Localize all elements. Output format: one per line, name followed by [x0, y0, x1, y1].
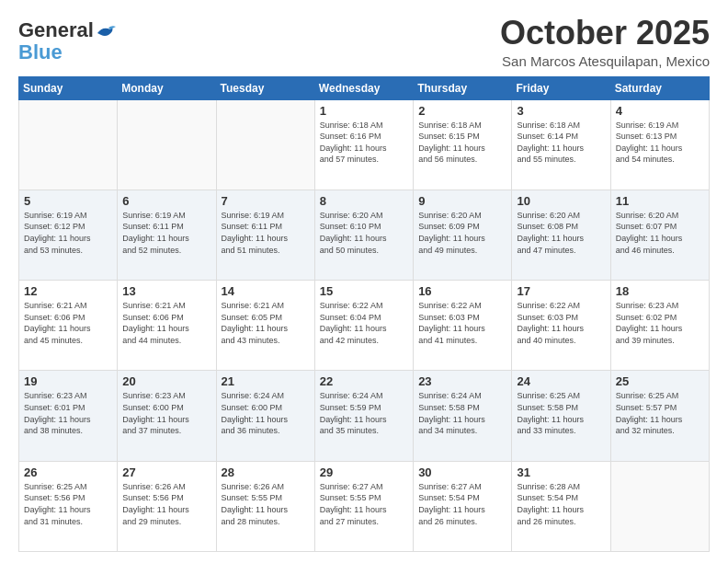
day-info: Sunrise: 6:18 AM Sunset: 6:15 PM Dayligh…	[418, 120, 506, 166]
day-info: Sunrise: 6:19 AM Sunset: 6:13 PM Dayligh…	[616, 120, 704, 166]
day-number: 31	[517, 465, 605, 479]
table-row: 8Sunrise: 6:20 AM Sunset: 6:10 PM Daylig…	[314, 190, 413, 280]
table-row: 4Sunrise: 6:19 AM Sunset: 6:13 PM Daylig…	[610, 99, 709, 190]
table-row: 25Sunrise: 6:25 AM Sunset: 5:57 PM Dayli…	[610, 371, 709, 461]
table-row: 20Sunrise: 6:23 AM Sunset: 6:00 PM Dayli…	[118, 371, 216, 461]
table-row: 9Sunrise: 6:20 AM Sunset: 6:09 PM Daylig…	[414, 190, 512, 280]
day-info: Sunrise: 6:21 AM Sunset: 6:06 PM Dayligh…	[24, 300, 112, 346]
day-number: 21	[222, 374, 310, 388]
table-row	[610, 461, 709, 551]
logo: General Blue	[18, 18, 116, 64]
table-row: 5Sunrise: 6:19 AM Sunset: 6:12 PM Daylig…	[19, 190, 118, 280]
day-info: Sunrise: 6:25 AM Sunset: 5:57 PM Dayligh…	[616, 390, 704, 436]
calendar-row-1: 5Sunrise: 6:19 AM Sunset: 6:12 PM Daylig…	[19, 190, 710, 280]
calendar-row-4: 26Sunrise: 6:25 AM Sunset: 5:56 PM Dayli…	[19, 461, 710, 551]
day-number: 11	[616, 194, 704, 208]
day-number: 23	[418, 374, 506, 388]
day-number: 28	[222, 465, 310, 479]
table-row: 16Sunrise: 6:22 AM Sunset: 6:03 PM Dayli…	[414, 281, 512, 371]
day-number: 6	[122, 194, 210, 208]
table-row: 26Sunrise: 6:25 AM Sunset: 5:56 PM Dayli…	[19, 461, 118, 551]
day-number: 8	[320, 194, 408, 208]
table-row: 7Sunrise: 6:19 AM Sunset: 6:11 PM Daylig…	[216, 190, 314, 280]
header-sunday: Sunday	[19, 76, 118, 99]
day-info: Sunrise: 6:22 AM Sunset: 6:04 PM Dayligh…	[320, 300, 408, 346]
day-info: Sunrise: 6:18 AM Sunset: 6:14 PM Dayligh…	[517, 120, 605, 166]
day-number: 27	[122, 465, 210, 479]
day-number: 9	[418, 194, 506, 208]
day-number: 26	[24, 465, 112, 479]
table-row: 31Sunrise: 6:28 AM Sunset: 5:54 PM Dayli…	[512, 461, 610, 551]
table-row: 23Sunrise: 6:24 AM Sunset: 5:58 PM Dayli…	[414, 371, 512, 461]
day-info: Sunrise: 6:20 AM Sunset: 6:10 PM Dayligh…	[320, 210, 408, 256]
day-info: Sunrise: 6:23 AM Sunset: 6:00 PM Dayligh…	[122, 390, 210, 436]
table-row: 1Sunrise: 6:18 AM Sunset: 6:16 PM Daylig…	[314, 99, 413, 190]
day-number: 16	[418, 284, 506, 298]
table-row: 6Sunrise: 6:19 AM Sunset: 6:11 PM Daylig…	[118, 190, 216, 280]
table-row	[216, 99, 314, 190]
day-info: Sunrise: 6:23 AM Sunset: 6:02 PM Dayligh…	[616, 300, 704, 346]
header-thursday: Thursday	[414, 76, 512, 99]
logo-blue: Blue	[18, 40, 63, 64]
day-number: 10	[517, 194, 605, 208]
day-info: Sunrise: 6:28 AM Sunset: 5:54 PM Dayligh…	[517, 481, 605, 527]
title-block: October 2025 San Marcos Atesquilapan, Me…	[500, 15, 710, 69]
table-row: 2Sunrise: 6:18 AM Sunset: 6:15 PM Daylig…	[414, 99, 512, 190]
table-row: 11Sunrise: 6:20 AM Sunset: 6:07 PM Dayli…	[610, 190, 709, 280]
day-number: 15	[320, 284, 408, 298]
day-info: Sunrise: 6:25 AM Sunset: 5:56 PM Dayligh…	[24, 481, 112, 527]
day-info: Sunrise: 6:21 AM Sunset: 6:06 PM Dayligh…	[122, 300, 210, 346]
day-info: Sunrise: 6:19 AM Sunset: 6:12 PM Dayligh…	[24, 210, 112, 256]
day-info: Sunrise: 6:27 AM Sunset: 5:55 PM Dayligh…	[320, 481, 408, 527]
table-row: 3Sunrise: 6:18 AM Sunset: 6:14 PM Daylig…	[512, 99, 610, 190]
header-monday: Monday	[118, 76, 216, 99]
day-number: 19	[24, 374, 112, 388]
day-info: Sunrise: 6:22 AM Sunset: 6:03 PM Dayligh…	[418, 300, 506, 346]
day-info: Sunrise: 6:24 AM Sunset: 5:58 PM Dayligh…	[418, 390, 506, 436]
header: General Blue October 2025 San Marcos Ate…	[18, 15, 710, 69]
day-number: 7	[222, 194, 310, 208]
table-row: 28Sunrise: 6:26 AM Sunset: 5:55 PM Dayli…	[216, 461, 314, 551]
day-info: Sunrise: 6:24 AM Sunset: 6:00 PM Dayligh…	[222, 390, 310, 436]
table-row: 21Sunrise: 6:24 AM Sunset: 6:00 PM Dayli…	[216, 371, 314, 461]
table-row: 15Sunrise: 6:22 AM Sunset: 6:04 PM Dayli…	[314, 281, 413, 371]
calendar-header-row: Sunday Monday Tuesday Wednesday Thursday…	[19, 76, 710, 99]
page: General Blue October 2025 San Marcos Ate…	[0, 0, 728, 563]
table-row: 22Sunrise: 6:24 AM Sunset: 5:59 PM Dayli…	[314, 371, 413, 461]
table-row: 27Sunrise: 6:26 AM Sunset: 5:56 PM Dayli…	[118, 461, 216, 551]
day-info: Sunrise: 6:25 AM Sunset: 5:58 PM Dayligh…	[517, 390, 605, 436]
day-info: Sunrise: 6:20 AM Sunset: 6:09 PM Dayligh…	[418, 210, 506, 256]
calendar-row-0: 1Sunrise: 6:18 AM Sunset: 6:16 PM Daylig…	[19, 99, 710, 190]
day-number: 18	[616, 284, 704, 298]
table-row: 30Sunrise: 6:27 AM Sunset: 5:54 PM Dayli…	[414, 461, 512, 551]
header-friday: Friday	[512, 76, 610, 99]
day-number: 22	[320, 374, 408, 388]
day-info: Sunrise: 6:24 AM Sunset: 5:59 PM Dayligh…	[320, 390, 408, 436]
table-row: 29Sunrise: 6:27 AM Sunset: 5:55 PM Dayli…	[314, 461, 413, 551]
day-info: Sunrise: 6:26 AM Sunset: 5:56 PM Dayligh…	[122, 481, 210, 527]
day-number: 14	[222, 284, 310, 298]
table-row: 14Sunrise: 6:21 AM Sunset: 6:05 PM Dayli…	[216, 281, 314, 371]
day-info: Sunrise: 6:22 AM Sunset: 6:03 PM Dayligh…	[517, 300, 605, 346]
day-info: Sunrise: 6:18 AM Sunset: 6:16 PM Dayligh…	[320, 120, 408, 166]
day-number: 29	[320, 465, 408, 479]
day-number: 4	[616, 104, 704, 118]
day-number: 3	[517, 104, 605, 118]
day-info: Sunrise: 6:23 AM Sunset: 6:01 PM Dayligh…	[24, 390, 112, 436]
table-row: 13Sunrise: 6:21 AM Sunset: 6:06 PM Dayli…	[118, 281, 216, 371]
day-number: 30	[418, 465, 506, 479]
day-info: Sunrise: 6:21 AM Sunset: 6:05 PM Dayligh…	[222, 300, 310, 346]
day-info: Sunrise: 6:27 AM Sunset: 5:54 PM Dayligh…	[418, 481, 506, 527]
day-number: 17	[517, 284, 605, 298]
table-row	[19, 99, 118, 190]
day-info: Sunrise: 6:26 AM Sunset: 5:55 PM Dayligh…	[222, 481, 310, 527]
day-number: 1	[320, 104, 408, 118]
day-number: 5	[24, 194, 112, 208]
calendar-row-2: 12Sunrise: 6:21 AM Sunset: 6:06 PM Dayli…	[19, 281, 710, 371]
table-row: 12Sunrise: 6:21 AM Sunset: 6:06 PM Dayli…	[19, 281, 118, 371]
day-number: 2	[418, 104, 506, 118]
day-info: Sunrise: 6:19 AM Sunset: 6:11 PM Dayligh…	[122, 210, 210, 256]
day-number: 12	[24, 284, 112, 298]
calendar-table: Sunday Monday Tuesday Wednesday Thursday…	[18, 76, 710, 552]
table-row: 17Sunrise: 6:22 AM Sunset: 6:03 PM Dayli…	[512, 281, 610, 371]
